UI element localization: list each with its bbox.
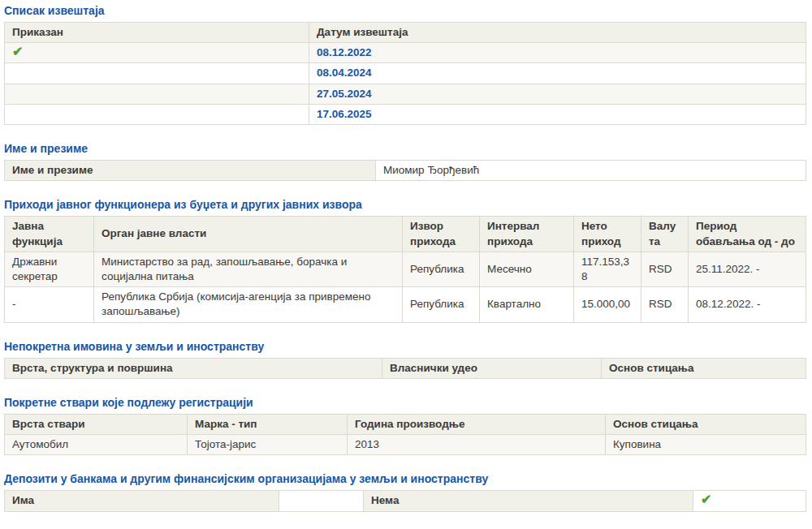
- income-net-cell: 117.153,38: [574, 252, 641, 286]
- income-currency-cell: RSD: [641, 287, 689, 322]
- reports-header-row: Приказан Датум извештаја: [5, 23, 806, 43]
- report-date-link[interactable]: 17.06.2025: [317, 108, 372, 120]
- deposits-table: Има Нема ✔: [4, 490, 806, 511]
- checkmark-icon: ✔: [701, 493, 711, 506]
- deposits-no-value-cell: ✔: [693, 491, 806, 511]
- deposits-yes-value-cell: [279, 491, 364, 511]
- movables-table: Врста ствари Марка - тип Година производ…: [4, 414, 806, 455]
- movables-basis-cell: Куповина: [606, 435, 806, 455]
- section-title-movables: Покретне ствари које подлежу регистрациј…: [4, 396, 806, 409]
- real-estate-header-row: Врста, структура и површина Власнички уд…: [5, 358, 806, 378]
- income-authority-cell: Република Србија (комисија-агенција за п…: [94, 287, 403, 322]
- movables-section: Покретне ствари које подлежу регистрациј…: [4, 396, 806, 455]
- movables-col-type: Врста ствари: [5, 414, 188, 434]
- report-row: 08.04.2024: [5, 63, 806, 84]
- income-interval-cell: Квартално: [480, 287, 574, 322]
- income-period-cell: 08.12.2022. -: [689, 287, 806, 322]
- real-estate-col-share: Власнички удео: [382, 358, 602, 378]
- income-section: Приходи јавног функционера из буџета и д…: [4, 198, 806, 322]
- report-date-cell: 17.06.2025: [309, 104, 806, 124]
- income-authority-cell: Министарство за рад, запошљавање, борачк…: [94, 252, 403, 286]
- report-shown-cell: ✔: [5, 43, 309, 63]
- section-title-reports: Списак извештаја: [4, 4, 806, 17]
- report-date-cell: 27.05.2024: [309, 84, 806, 104]
- report-shown-cell: [5, 63, 309, 84]
- income-col-authority: Орган јавне власти: [94, 217, 403, 252]
- section-title-real-estate: Непокретна имовина у земљи и иностранств…: [4, 340, 806, 353]
- movables-col-year: Година производње: [348, 414, 606, 434]
- income-col-function: Јавна функција: [5, 217, 94, 252]
- name-section: Име и презиме Име и презиме Миомир Ђорђе…: [4, 142, 806, 181]
- reports-table: Приказан Датум извештаја ✔ 08.12.2022 08…: [4, 22, 806, 125]
- report-date-link[interactable]: 08.04.2024: [317, 67, 372, 79]
- section-title-deposits: Депозити у банкама и другим финансијским…: [4, 472, 806, 485]
- checkmark-icon: ✔: [12, 45, 23, 58]
- report-row: 27.05.2024: [5, 84, 806, 104]
- income-net-cell: 15.000,00: [574, 287, 641, 322]
- name-label-cell: Име и презиме: [5, 161, 376, 181]
- report-shown-cell: [5, 104, 309, 124]
- real-estate-col-basis: Основ стицања: [602, 358, 806, 378]
- income-row: Државни секретар Министарство за рад, за…: [5, 252, 806, 286]
- movables-type-cell: Аутомобил: [5, 435, 188, 455]
- report-date-link[interactable]: 08.12.2022: [317, 46, 372, 58]
- name-table: Име и презиме Миомир Ђорђевић: [4, 160, 806, 181]
- income-col-source: Извор прихода: [403, 217, 480, 252]
- income-header-row: Јавна функција Орган јавне власти Извор …: [5, 217, 806, 252]
- report-row: 17.06.2025: [5, 104, 806, 124]
- report-date-cell: 08.04.2024: [309, 63, 806, 84]
- income-col-period: Период обављања од - до: [689, 217, 806, 252]
- reports-col-shown: Приказан: [5, 23, 309, 43]
- report-date-link[interactable]: 27.05.2024: [317, 88, 372, 100]
- real-estate-col-type: Врста, структура и површина: [5, 358, 382, 378]
- real-estate-section: Непокретна имовина у земљи и иностранств…: [4, 340, 806, 379]
- reports-section: Списак извештаја Приказан Датум извештај…: [4, 4, 806, 125]
- movables-row: Аутомобил Тојота-јарис 2013 Куповина: [5, 435, 806, 455]
- income-period-cell: 25.11.2022. -: [689, 252, 806, 286]
- movables-brand-cell: Тојота-јарис: [188, 435, 348, 455]
- income-col-currency: Валута: [641, 217, 689, 252]
- income-col-net: Нето приход: [574, 217, 641, 252]
- income-currency-cell: RSD: [641, 252, 689, 286]
- income-function-cell: -: [5, 287, 94, 322]
- real-estate-table: Врста, структура и површина Власнички уд…: [4, 358, 806, 379]
- movables-header-row: Врста ствари Марка - тип Година производ…: [5, 414, 806, 434]
- deposits-no-label-cell: Нема: [364, 491, 693, 511]
- report-row: ✔ 08.12.2022: [5, 43, 806, 63]
- income-interval-cell: Месечно: [480, 252, 574, 286]
- report-shown-cell: [5, 84, 309, 104]
- income-source-cell: Република: [403, 287, 480, 322]
- name-value-cell: Миомир Ђорђевић: [376, 161, 806, 181]
- movables-col-basis: Основ стицања: [606, 414, 806, 434]
- section-title-income: Приходи јавног функционера из буџета и д…: [4, 198, 806, 211]
- reports-col-date: Датум извештаја: [309, 23, 806, 43]
- income-col-interval: Интервал прихода: [480, 217, 574, 252]
- income-row: - Република Србија (комисија-агенција за…: [5, 287, 806, 322]
- deposits-row: Има Нема ✔: [5, 491, 806, 511]
- movables-col-brand: Марка - тип: [188, 414, 348, 434]
- section-title-name: Име и презиме: [4, 142, 806, 155]
- income-function-cell: Државни секретар: [5, 252, 94, 286]
- name-row: Име и презиме Миомир Ђорђевић: [5, 161, 806, 181]
- deposits-section: Депозити у банкама и другим финансијским…: [4, 472, 806, 511]
- income-table: Јавна функција Орган јавне власти Извор …: [4, 216, 806, 322]
- report-date-cell: 08.12.2022: [309, 43, 806, 63]
- movables-year-cell: 2013: [348, 435, 606, 455]
- deposits-yes-label-cell: Има: [5, 491, 279, 511]
- income-source-cell: Република: [403, 252, 480, 286]
